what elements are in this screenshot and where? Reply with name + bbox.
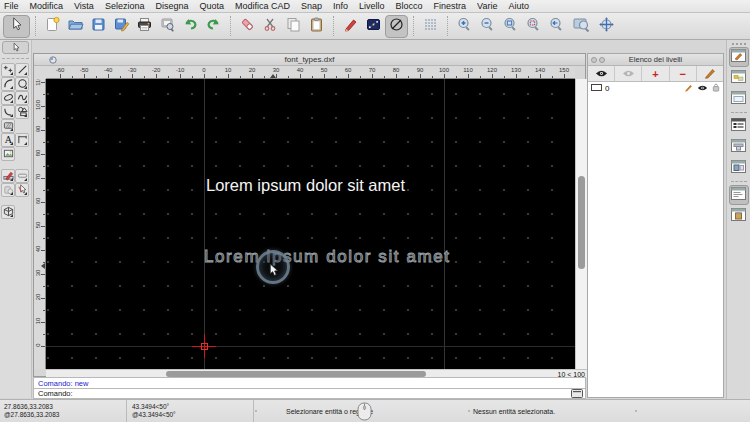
image-tool-button[interactable] [1, 147, 15, 161]
zoom-pan-button[interactable] [568, 15, 595, 38]
zoom-previous-icon [548, 16, 565, 36]
line-tool-button[interactable] [15, 63, 29, 77]
restrict-off-button[interactable] [385, 15, 408, 38]
vertical-ruler: 0102030405060708090100110 [34, 79, 46, 369]
ruler-tick-label: 20 [35, 290, 41, 304]
print-preview-button[interactable] [156, 15, 179, 38]
toggle-preview-button[interactable] [729, 158, 749, 178]
spline-tool-button[interactable] [15, 91, 29, 105]
toggle-property-editor-button[interactable] [729, 47, 749, 67]
layer-edit-icon[interactable] [684, 83, 693, 94]
solid-tool-button[interactable] [1, 205, 15, 219]
print-button[interactable] [133, 15, 156, 38]
cut-button[interactable] [259, 15, 282, 38]
arc-tool-button[interactable] [1, 77, 15, 91]
select-tool-button[interactable] [3, 15, 30, 38]
command-options-button[interactable] [570, 389, 583, 398]
toggle-layer-list-button[interactable] [729, 116, 749, 136]
save-as-button[interactable] [110, 15, 133, 38]
menu-item-vista[interactable]: Vista [74, 1, 94, 11]
points-tool-button[interactable] [1, 63, 15, 77]
toggle-block-list-button[interactable] [729, 68, 749, 88]
zoom-redraw-button[interactable] [595, 15, 618, 38]
ruler-tick [204, 74, 205, 78]
cad-text-truetype[interactable]: Lorem ipsum dolor sit amet [206, 176, 405, 195]
remove-layer-button[interactable]: − [670, 66, 697, 81]
menu-item-blocco[interactable]: Blocco [396, 1, 423, 11]
menu-item-livello[interactable]: Livello [359, 1, 385, 11]
ellipse-tool-button[interactable] [1, 91, 15, 105]
ruler-tick [312, 76, 313, 78]
ruler-tick [43, 334, 45, 335]
polyline-tool-button[interactable] [1, 105, 15, 119]
circle-icon [17, 77, 28, 92]
menu-item-modifica-cad[interactable]: Modifica CAD [235, 1, 290, 11]
left-select-tool-button[interactable] [2, 41, 29, 54]
drawing-window: font_types.dxf -60-50-40-30-20-100102030… [33, 53, 586, 377]
zoom-out-button[interactable] [476, 15, 499, 38]
circle-tool-button[interactable] [15, 77, 29, 91]
vertical-scrollbar[interactable] [575, 79, 587, 369]
show-all-layers-button[interactable] [588, 66, 615, 81]
snap-points-button[interactable] [362, 15, 385, 38]
hatch-tool-button[interactable] [1, 119, 15, 133]
hide-all-layers-button[interactable] [615, 66, 642, 81]
layer-panel-titlebar[interactable]: Elenco dei livelli [588, 54, 723, 66]
open-file-button[interactable] [64, 15, 87, 38]
layer-visible-icon[interactable] [697, 84, 708, 94]
ruler-tick-label: 40 [35, 242, 41, 256]
text-tool-button[interactable]: A [1, 133, 15, 147]
vertical-scrollbar-thumb[interactable] [578, 176, 585, 269]
toggle-clipboard-button[interactable] [729, 206, 749, 226]
menu-item-snap[interactable]: Snap [301, 1, 322, 11]
command-input[interactable] [75, 389, 570, 398]
toggle-command-line-button[interactable] [729, 185, 749, 205]
paste-button[interactable] [305, 15, 328, 38]
menu-item-disegna[interactable]: Disegna [155, 1, 188, 11]
layer-row[interactable]: 0 [588, 82, 723, 95]
menu-item-modifica[interactable]: Modifica [30, 1, 64, 11]
shape-tool-button[interactable] [15, 105, 29, 119]
line-icon [17, 63, 28, 78]
draw-pen-button[interactable] [339, 15, 362, 38]
new-file-button[interactable] [41, 15, 64, 38]
menu-item-info[interactable]: Info [333, 1, 348, 11]
zoom-previous-button[interactable] [545, 15, 568, 38]
paste-tool-button[interactable] [1, 183, 15, 197]
ruler-tick [43, 94, 45, 95]
menu-item-finestra[interactable]: Finestra [434, 1, 467, 11]
add-layer-button[interactable]: + [642, 66, 669, 81]
save-button[interactable] [87, 15, 110, 38]
offset-tool-button[interactable] [15, 169, 29, 183]
zoom-window-button[interactable] [522, 15, 545, 38]
menu-item-file[interactable]: File [4, 1, 19, 11]
ellipse-icon [3, 91, 14, 106]
menu-item-aiuto[interactable]: Aiuto [508, 1, 529, 11]
select-entities-tool-button[interactable] [15, 183, 29, 197]
layer-lock-icon[interactable] [712, 83, 720, 94]
modify-tool-button[interactable] [1, 169, 15, 183]
undo-button[interactable] [179, 15, 202, 38]
eraser-button[interactable] [236, 15, 259, 38]
status-separator-dot [255, 410, 257, 412]
dimension-tool-button[interactable] [15, 133, 29, 147]
edit-layer-button[interactable] [697, 66, 723, 81]
ruler-tick [516, 74, 517, 78]
cad-text-stroke[interactable]: Lorem ipsum dolor sit amet [204, 247, 451, 267]
toggle-widget-button[interactable] [729, 137, 749, 157]
grid-button[interactable] [419, 15, 442, 38]
redo-button[interactable] [202, 15, 225, 38]
ruler-tick [43, 190, 45, 191]
toggle-library-browser-button[interactable] [729, 89, 749, 109]
zoom-window-icon [525, 16, 542, 36]
menu-item-seleziona[interactable]: Seleziona [105, 1, 145, 11]
menu-item-varie[interactable]: Varie [477, 1, 497, 11]
drawing-canvas[interactable]: Lorem ipsum dolor sit amet Lorem ipsum d… [46, 79, 575, 369]
zoom-in-button[interactable] [453, 15, 476, 38]
zoom-auto-button[interactable] [499, 15, 522, 38]
modify-icon [3, 169, 14, 184]
menu-item-quota[interactable]: Quota [199, 1, 224, 11]
copy-button[interactable] [282, 15, 305, 38]
drawing-window-titlebar[interactable]: font_types.dxf [34, 54, 585, 66]
status-separator-dot [468, 410, 470, 412]
